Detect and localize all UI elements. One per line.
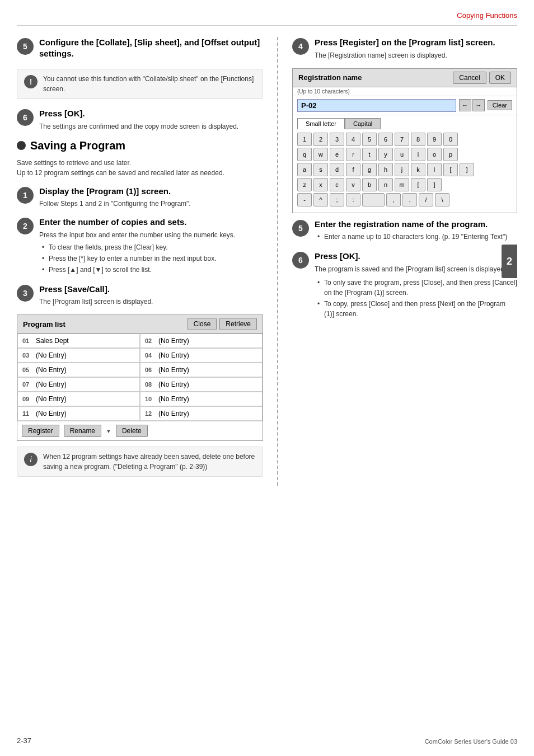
kb-key-semicolon[interactable]: ; xyxy=(330,193,344,206)
step-2-bullet-2: Press the [*] key to enter a number in t… xyxy=(42,253,235,264)
step-6-left-content: Press [OK]. The settings are confirmed a… xyxy=(39,108,238,132)
step-2-desc: Press the input box and enter the number… xyxy=(39,230,235,240)
kb-key-8[interactable]: 8 xyxy=(411,133,425,146)
section-desc-2: Up to 12 program settings can be saved a… xyxy=(17,169,224,177)
kb-key-6[interactable]: 6 xyxy=(378,133,393,146)
kb-key-3[interactable]: 3 xyxy=(330,133,344,146)
rename-button[interactable]: Rename xyxy=(64,425,101,437)
program-close-button[interactable]: Close xyxy=(188,318,217,330)
program-cell-07[interactable]: 07 (No Entry) xyxy=(17,377,140,392)
program-cell-11[interactable]: 11 (No Entry) xyxy=(17,406,140,421)
step-6-right-bullets: To only save the program, press [Close],… xyxy=(315,278,517,319)
program-retrieve-button[interactable]: Retrieve xyxy=(219,318,257,330)
kb-key-n[interactable]: n xyxy=(378,178,393,191)
kb-key-dash[interactable]: - xyxy=(297,193,312,206)
delete-button[interactable]: Delete xyxy=(116,425,148,437)
kb-key-h[interactable]: h xyxy=(378,163,393,176)
kb-key-s[interactable]: s xyxy=(313,163,328,176)
step-2-heading: Enter the number of copies and sets. xyxy=(39,217,235,228)
kb-key-sq-open[interactable]: [ xyxy=(411,178,425,191)
program-cell-05[interactable]: 05 (No Entry) xyxy=(17,363,140,377)
note-box-1: ! You cannot use this function with "Col… xyxy=(17,69,263,99)
step-5-heading: Configure the [Collate], [Slip sheet], a… xyxy=(39,37,263,59)
step-5-right-content: Enter the registration name of the progr… xyxy=(315,219,507,243)
kb-key-0[interactable]: 0 xyxy=(443,133,458,146)
program-cell-02[interactable]: 02 (No Entry) xyxy=(140,334,263,348)
kb-key-9[interactable]: 9 xyxy=(427,133,442,146)
kb-key-p[interactable]: p xyxy=(443,148,458,161)
kb-key-7[interactable]: 7 xyxy=(395,133,409,146)
kb-key-c[interactable]: c xyxy=(330,178,344,191)
kb-key-5[interactable]: 5 xyxy=(362,133,377,146)
kb-key-y[interactable]: y xyxy=(378,148,393,161)
step-3-desc: The [Program list] screen is displayed. xyxy=(39,297,153,307)
chapter-tab: 2 xyxy=(502,245,517,278)
kb-key-m[interactable]: m xyxy=(395,178,409,191)
reg-input-field[interactable]: P-02 xyxy=(297,99,456,112)
kb-key-o[interactable]: o xyxy=(427,148,442,161)
reg-clear-button[interactable]: Clear xyxy=(488,100,512,110)
kb-key-backslash[interactable]: \ xyxy=(435,193,449,206)
kb-key-d[interactable]: d xyxy=(330,163,344,176)
kb-key-q[interactable]: q xyxy=(297,148,312,161)
step-2-bullet-1: To clear the fields, press the [Clear] k… xyxy=(42,242,235,252)
kb-key-b[interactable]: b xyxy=(362,178,377,191)
reg-ok-button[interactable]: OK xyxy=(489,72,511,84)
kb-key-t[interactable]: t xyxy=(362,148,377,161)
step-5-circle: 5 xyxy=(17,38,34,55)
kb-key-r[interactable]: r xyxy=(346,148,360,161)
kb-key-bracket-close[interactable]: ] xyxy=(460,163,474,176)
kb-key-2[interactable]: 2 xyxy=(313,133,328,146)
program-cell-09[interactable]: 09 (No Entry) xyxy=(17,392,140,406)
program-cell-06[interactable]: 06 (No Entry) xyxy=(140,363,263,377)
kb-key-k[interactable]: k xyxy=(411,163,425,176)
program-cell-10[interactable]: 10 (No Entry) xyxy=(140,392,263,406)
step-6-left-circle: 6 xyxy=(17,109,34,126)
kb-key-w[interactable]: w xyxy=(313,148,328,161)
program-cell-01[interactable]: 01 Sales Dept xyxy=(17,334,140,348)
program-cell-03[interactable]: 03 (No Entry) xyxy=(17,348,140,363)
kb-key-a[interactable]: a xyxy=(297,163,312,176)
reg-right-arrow-button[interactable]: → xyxy=(472,99,485,111)
step-4-desc: The [Registration name] screen is displa… xyxy=(315,50,495,60)
kb-key-l[interactable]: l xyxy=(427,163,442,176)
reg-cancel-button[interactable]: Cancel xyxy=(453,72,486,84)
step-6-left: 6 Press [OK]. The settings are confirmed… xyxy=(17,108,263,132)
kb-key-e[interactable]: e xyxy=(330,148,344,161)
register-button[interactable]: Register xyxy=(22,425,59,437)
kb-key-4[interactable]: 4 xyxy=(346,133,360,146)
step-5-right-bullet-1: Enter a name up to 10 characters long. (… xyxy=(317,232,507,242)
kb-key-colon[interactable]: : xyxy=(346,193,360,206)
kb-key-i[interactable]: i xyxy=(411,148,425,161)
kb-key-sq-close[interactable]: ] xyxy=(427,178,442,191)
kb-key-space[interactable] xyxy=(362,193,385,206)
step-4: 4 Press [Register] on the [Program list]… xyxy=(292,37,517,60)
kb-key-bracket-open[interactable]: [ xyxy=(443,163,458,176)
kb-small-letter-button[interactable]: Small letter xyxy=(297,118,345,129)
kb-key-comma[interactable]: , xyxy=(386,193,401,206)
kb-key-f[interactable]: f xyxy=(346,163,360,176)
kb-key-caret[interactable]: ^ xyxy=(313,193,328,206)
program-cell-12[interactable]: 12 (No Entry) xyxy=(140,406,263,421)
kb-key-u[interactable]: u xyxy=(395,148,409,161)
kb-key-period[interactable]: . xyxy=(402,193,417,206)
kb-key-x[interactable]: x xyxy=(313,178,328,191)
step-6-right-circle: 6 xyxy=(292,252,309,269)
program-cell-04[interactable]: 04 (No Entry) xyxy=(140,348,263,363)
kb-key-slash[interactable]: / xyxy=(419,193,433,206)
kb-key-j[interactable]: j xyxy=(395,163,409,176)
kb-key-v[interactable]: v xyxy=(346,178,360,191)
kb-key-1[interactable]: 1 xyxy=(297,133,312,146)
step-3-heading: Press [Save/Call]. xyxy=(39,284,153,295)
step-6-right-bullet-2: To copy, press [Close] and then press [N… xyxy=(317,299,517,319)
step-2-circle: 2 xyxy=(17,218,34,234)
reg-left-arrow-button[interactable]: ← xyxy=(459,99,471,111)
page-header: Copying Functions xyxy=(17,11,517,26)
kb-capital-button[interactable]: Capital xyxy=(345,118,381,129)
step-4-circle: 4 xyxy=(292,38,309,55)
kb-key-g[interactable]: g xyxy=(362,163,377,176)
reg-input-row: P-02 ← → Clear xyxy=(293,96,517,115)
program-cell-08[interactable]: 08 (No Entry) xyxy=(140,377,263,392)
step-6-right-desc: The program is saved and the [Program li… xyxy=(315,264,517,274)
kb-key-z[interactable]: z xyxy=(297,178,312,191)
